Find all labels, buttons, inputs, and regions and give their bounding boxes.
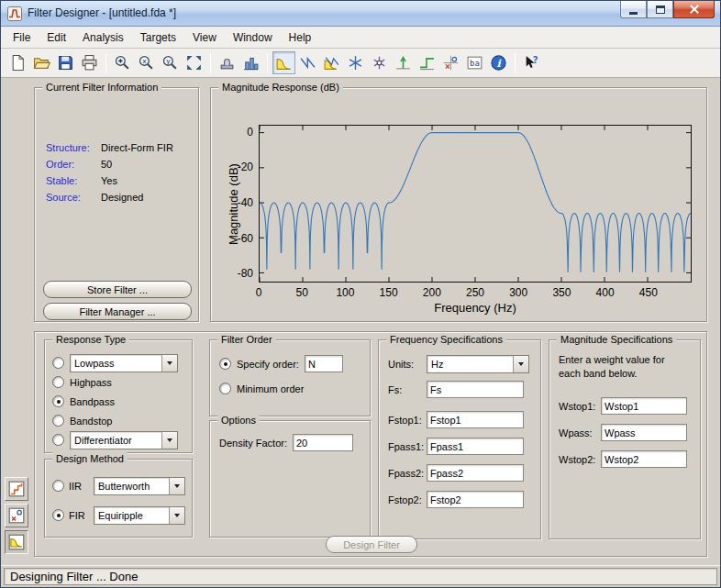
minimize-icon <box>629 12 638 15</box>
multirate-button[interactable] <box>239 51 262 74</box>
magnitude-plot[interactable] <box>259 125 692 283</box>
menu-file[interactable]: File <box>5 28 39 47</box>
phase-delay-icon <box>371 54 388 72</box>
menu-analysis[interactable]: Analysis <box>74 28 132 47</box>
status-bar: Designing Filter ... Done <box>1 565 720 587</box>
fstop2-input[interactable] <box>427 491 524 508</box>
spec-label: Wpass: <box>559 427 601 438</box>
store-filter-button[interactable]: Store Filter ... <box>43 281 192 298</box>
response-type-option: Differentiator <box>45 430 192 449</box>
wpass-input[interactable] <box>601 424 687 441</box>
save-session-button[interactable] <box>54 51 77 74</box>
open-icon <box>33 54 50 72</box>
differentiator-select[interactable]: Differentiator <box>70 431 178 449</box>
filter-info-row: Source:Designed <box>46 189 173 205</box>
iir-method-select[interactable]: Butterworth <box>94 477 185 495</box>
maximize-button[interactable] <box>647 1 673 18</box>
density-factor-input[interactable] <box>293 434 353 451</box>
differentiator-radio[interactable] <box>52 434 64 446</box>
iir-radio[interactable] <box>52 480 64 492</box>
units-select[interactable]: Hz <box>427 355 529 373</box>
group-title: Filter Order <box>217 333 276 346</box>
coefficients-icon: ba <box>466 54 483 72</box>
wstop1-input[interactable] <box>601 397 687 415</box>
magnitude-spec-row: Wstop2: <box>559 450 687 468</box>
specify-order-radio[interactable] <box>219 358 231 370</box>
x-tick-label: 250 <box>461 286 489 299</box>
minimum-order-radio[interactable] <box>219 383 231 394</box>
convert-structure-button[interactable] <box>216 51 238 74</box>
fpass2-input[interactable] <box>427 464 524 482</box>
phase-response-button[interactable] <box>296 51 319 74</box>
design-filter-button[interactable]: Design Filter <box>326 536 417 553</box>
y-tick-label: -40 <box>222 196 253 209</box>
wstop2-input[interactable] <box>601 450 687 468</box>
phase-delay-button[interactable] <box>368 51 391 74</box>
sidebar-quantization-button[interactable] <box>5 477 28 501</box>
filter-info-rows: Structure:Direct-Form FIROrder:50Stable:… <box>46 139 173 205</box>
group-delay-button[interactable] <box>344 51 367 74</box>
bandstop-radio[interactable] <box>52 415 64 427</box>
title-bar: Filter Designer - [untitled.fda *] <box>1 1 720 27</box>
new-icon <box>9 54 27 72</box>
sidebar-design-filter-button[interactable] <box>5 530 28 554</box>
menu-help[interactable]: Help <box>281 28 320 47</box>
sidebar-pole-zero-editor-button[interactable] <box>5 504 28 527</box>
close-button[interactable] <box>673 1 715 18</box>
full-view-button[interactable] <box>183 51 205 74</box>
quantization-icon <box>7 480 26 498</box>
zoom-x-button[interactable]: x <box>135 51 158 74</box>
pole-zero-editor-icon <box>7 506 26 525</box>
fs-input[interactable] <box>427 381 524 398</box>
info-value: 50 <box>101 156 112 172</box>
step-response-button[interactable] <box>416 51 438 74</box>
highpass-radio[interactable] <box>52 376 64 388</box>
design-method-option: FIREquiripple <box>45 505 192 525</box>
x-tick-label: 350 <box>548 286 575 299</box>
magnitude-phase-button[interactable] <box>320 51 343 74</box>
menu-edit[interactable]: Edit <box>39 28 74 47</box>
bandpass-radio[interactable] <box>52 395 64 407</box>
impulse-response-button[interactable] <box>392 51 415 74</box>
chevron-down-icon <box>161 432 177 449</box>
info-value: Yes <box>101 172 117 189</box>
magnitude-response-button[interactable] <box>272 51 295 74</box>
fir-radio[interactable] <box>52 509 64 521</box>
whats-this-button[interactable]: ? <box>520 51 543 74</box>
order-input[interactable] <box>305 355 343 372</box>
magnitude-spec-row: Wstop1: <box>559 397 687 415</box>
open-session-button[interactable] <box>30 51 53 74</box>
print-button[interactable] <box>78 51 101 74</box>
frequency-spec-row: Fs: <box>388 381 524 398</box>
main-content: Current Filter Information Structure:Dir… <box>1 78 720 565</box>
filter-manager-button[interactable]: Filter Manager ... <box>43 303 192 320</box>
fstop1-input[interactable] <box>427 411 524 428</box>
filter-info-icon: i <box>490 54 507 72</box>
multirate-icon <box>242 54 260 72</box>
new-session-button[interactable] <box>6 51 29 74</box>
menu-targets[interactable]: Targets <box>132 28 184 47</box>
menu-window[interactable]: Window <box>225 28 281 47</box>
x-tick-label: 400 <box>592 286 619 299</box>
y-tick-label: -20 <box>222 161 253 173</box>
y-tick-label: -80 <box>222 267 253 280</box>
fir-method-select[interactable]: Equiripple <box>94 506 185 525</box>
minimum-order-row: Minimum order <box>219 383 304 394</box>
coefficients-button[interactable]: ba <box>463 51 486 74</box>
specify-order-label: Specify order: <box>237 359 299 370</box>
lowpass-radio[interactable] <box>52 357 64 369</box>
menu-view[interactable]: View <box>184 28 225 47</box>
y-tick-label: 0 <box>222 126 253 139</box>
pole-zero-button[interactable] <box>439 51 462 74</box>
minimize-button[interactable] <box>620 1 647 18</box>
full-view-icon <box>185 54 203 72</box>
zoom-y-button[interactable]: y <box>159 51 182 74</box>
filter-info-button[interactable]: i <box>487 51 510 74</box>
zoom-in-button[interactable] <box>111 51 134 74</box>
spec-label: Fpass2: <box>388 468 427 479</box>
filter-info-row: Structure:Direct-Form FIR <box>46 139 173 156</box>
chevron-down-icon <box>513 356 528 372</box>
fpass1-input[interactable] <box>427 438 524 455</box>
sidebar <box>5 477 28 554</box>
lowpass-select[interactable]: Lowpass <box>70 354 178 372</box>
